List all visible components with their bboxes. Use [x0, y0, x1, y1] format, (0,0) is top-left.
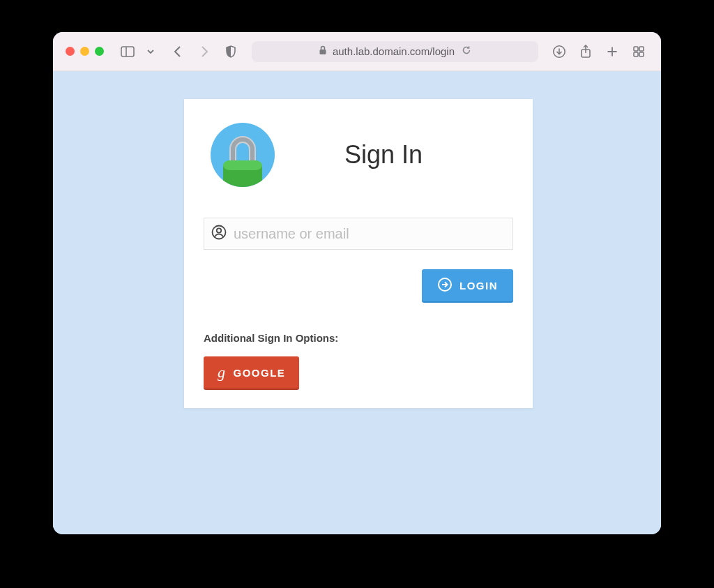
- svg-rect-10: [639, 47, 644, 51]
- svg-rect-9: [634, 47, 638, 51]
- google-signin-button[interactable]: g GOOGLE: [204, 356, 299, 389]
- browser-window: auth.lab.domain.com/login: [53, 32, 661, 534]
- close-window-button[interactable]: [66, 47, 75, 56]
- padlock-logo: [211, 123, 275, 187]
- login-button[interactable]: LOGIN: [422, 269, 513, 301]
- login-actions: LOGIN: [204, 269, 513, 301]
- window-controls: [66, 47, 104, 56]
- lock-icon: [319, 45, 327, 58]
- svg-rect-12: [639, 52, 644, 56]
- svg-rect-14: [223, 160, 262, 170]
- minimize-window-button[interactable]: [80, 47, 89, 56]
- downloads-button[interactable]: [549, 42, 569, 61]
- page-viewport: Sign In: [53, 71, 661, 534]
- signin-title: Sign In: [344, 140, 423, 169]
- tab-group-dropdown[interactable]: [144, 42, 157, 61]
- username-field-wrap: [204, 218, 513, 250]
- additional-signin-label: Additional Sign In Options:: [204, 332, 513, 344]
- back-button[interactable]: [168, 42, 188, 61]
- maximize-window-button[interactable]: [95, 47, 104, 56]
- login-header: Sign In: [204, 123, 513, 187]
- reload-icon[interactable]: [462, 45, 471, 58]
- google-button-label: GOOGLE: [234, 367, 286, 379]
- svg-rect-0: [121, 47, 134, 56]
- privacy-shield-icon[interactable]: [221, 42, 241, 61]
- login-arrow-icon: [437, 277, 453, 294]
- user-icon: [211, 225, 227, 243]
- tab-overview-button[interactable]: [629, 42, 648, 61]
- share-button[interactable]: [576, 42, 595, 61]
- svg-rect-2: [319, 50, 326, 54]
- forward-button[interactable]: [195, 42, 214, 61]
- url-text: auth.lab.domain.com/login: [333, 45, 455, 57]
- sidebar-toggle-button[interactable]: [118, 42, 137, 61]
- new-tab-button[interactable]: [602, 42, 622, 61]
- browser-titlebar: auth.lab.domain.com/login: [53, 32, 661, 71]
- login-card: Sign In: [184, 99, 533, 408]
- username-input[interactable]: [234, 226, 506, 242]
- login-button-label: LOGIN: [459, 280, 498, 292]
- svg-point-16: [217, 228, 221, 232]
- svg-rect-11: [634, 52, 638, 56]
- address-bar[interactable]: auth.lab.domain.com/login: [252, 41, 538, 62]
- google-icon: g: [218, 363, 227, 382]
